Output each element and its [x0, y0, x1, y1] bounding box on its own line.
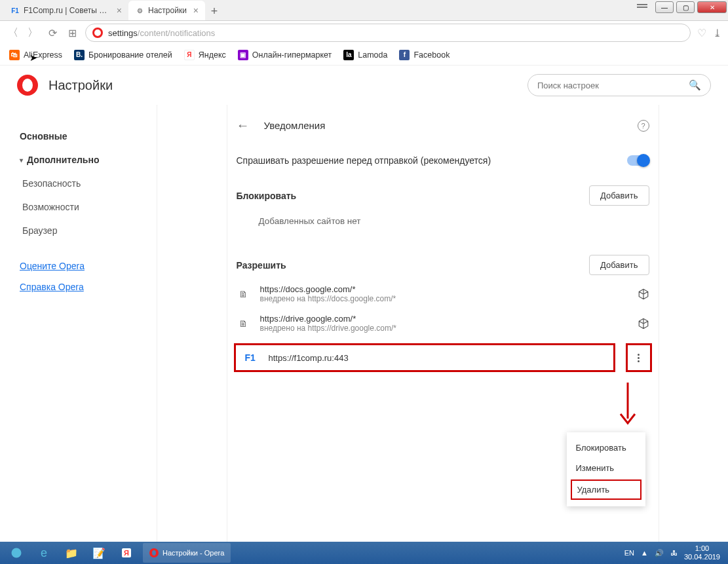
panel-heading: Уведомления	[264, 120, 326, 131]
favicon: F1	[10, 6, 20, 15]
allow-site-row: 🗎 https://drive.google.com/* внедрено на…	[227, 309, 659, 338]
gear-icon: ⚙	[135, 6, 144, 15]
f1-icon: F1	[245, 352, 258, 363]
bookmark-lamoda[interactable]: laLamoda	[343, 50, 387, 60]
bookmark-aliexpress[interactable]: 🛍AliExpress	[9, 50, 62, 60]
search-icon: 🔍	[689, 79, 701, 91]
speed-dial-icon[interactable]: ⊞	[66, 26, 79, 39]
tab-bar: F1 F1Comp.ru | Советы и лайф × ⚙ Настрой…	[0, 0, 728, 21]
add-block-button[interactable]: Добавить	[589, 185, 649, 206]
tab-title: F1Comp.ru | Советы и лайф	[24, 6, 110, 15]
language-indicator[interactable]: EN	[624, 549, 634, 557]
back-arrow-icon[interactable]: ←	[237, 118, 250, 133]
ie-icon[interactable]: e	[30, 543, 58, 563]
bookmark-hypermarket[interactable]: ▣Онлайн-гипермаркет	[238, 50, 332, 60]
task-label: Настройки - Opera	[163, 549, 224, 557]
file-icon: 🗎	[237, 318, 250, 329]
site-url: https://docs.google.com/*	[260, 284, 627, 294]
ask-before-row[interactable]: Спрашивать разрешение перед отправкой (р…	[227, 145, 659, 176]
page-title: Настройки	[48, 78, 113, 93]
back-button[interactable]: 〈	[7, 26, 20, 39]
vertical-dots-icon	[632, 354, 645, 362]
clock[interactable]: 1:00 30.04.2019	[684, 544, 720, 561]
site-embedded: внедрено на https://docs.google.com/*	[260, 294, 627, 303]
taskbar-opera[interactable]: Настройки - Opera	[143, 543, 231, 563]
cube-icon[interactable]	[638, 288, 649, 300]
new-tab-button[interactable]: +	[205, 2, 223, 20]
settings-header: Настройки 🔍	[0, 66, 728, 105]
bookmark-facebook[interactable]: fFacebook	[399, 50, 450, 60]
tab-f1comp[interactable]: F1 F1Comp.ru | Советы и лайф ×	[4, 1, 128, 20]
sidebar-item-basic[interactable]: Основные	[20, 124, 157, 148]
allow-site-row: 🗎 https://docs.google.com/* внедрено на …	[227, 279, 659, 309]
search-input[interactable]	[537, 81, 683, 90]
site-url: https://drive.google.com/*	[260, 314, 627, 324]
annotation-arrow-icon	[618, 383, 638, 431]
block-empty-text: Добавленных сайтов нет	[227, 210, 659, 233]
file-icon: 🗎	[237, 289, 250, 299]
opera-icon	[149, 548, 159, 557]
allow-heading: Разрешить	[237, 260, 286, 271]
cube-icon[interactable]	[638, 318, 649, 329]
help-icon[interactable]: ?	[638, 120, 649, 132]
sidebar-item-security[interactable]: Безопасность	[20, 172, 157, 195]
sidebar-item-advanced[interactable]: Дополнительно	[20, 148, 157, 172]
address-bar: 〈 〉 ⟳ ⊞ settings/content/notifications ♡…	[0, 21, 728, 45]
tab-close-icon[interactable]: ×	[193, 5, 199, 16]
block-heading: Блокировать	[237, 191, 297, 201]
settings-search[interactable]: 🔍	[527, 74, 711, 96]
context-menu: Блокировать Изменить Удалить	[567, 432, 645, 506]
explorer-icon[interactable]: 📁	[58, 543, 85, 563]
taskbar: e 📁 📝 Я Настройки - Opera EN ▲ 🔊 🖧 1:00 …	[0, 542, 728, 564]
download-icon[interactable]: ⤓	[713, 27, 721, 39]
minimize-button[interactable]: —	[655, 1, 674, 13]
tray-network-icon[interactable]: 🖧	[670, 549, 678, 557]
bookmark-yandex[interactable]: ЯЯндекс	[184, 50, 226, 60]
add-allow-button[interactable]: Добавить	[589, 255, 649, 275]
ask-before-toggle[interactable]	[627, 155, 649, 166]
ctx-delete[interactable]: Удалить	[571, 479, 642, 500]
highlighted-site-row[interactable]: F1 https://f1comp.ru:443	[234, 343, 615, 372]
tray-volume-icon[interactable]: 🔊	[655, 549, 664, 557]
sidebar-item-features[interactable]: Возможности	[20, 195, 157, 219]
notepad-icon[interactable]: 📝	[85, 543, 113, 563]
bookmark-booking[interactable]: B.Бронирование отелей	[74, 50, 172, 60]
ctx-edit[interactable]: Изменить	[567, 458, 645, 478]
maximize-button[interactable]: ▢	[676, 1, 695, 13]
svg-point-1	[12, 548, 22, 558]
site-menu-button[interactable]	[626, 343, 652, 372]
tab-settings[interactable]: ⚙ Настройки ×	[128, 1, 205, 20]
sidebar: Основные Дополнительно Безопасность Возм…	[0, 105, 157, 542]
ask-before-label: Спрашивать разрешение перед отправкой (р…	[237, 155, 491, 166]
tab-close-icon[interactable]: ×	[117, 5, 122, 16]
tab-title: Настройки	[148, 6, 187, 15]
start-button[interactable]	[3, 543, 30, 563]
yandex-icon[interactable]: Я	[113, 543, 140, 563]
window-controls: — ▢ ✕	[654, 0, 728, 14]
tray-flag-icon[interactable]: ▲	[641, 549, 648, 557]
notifications-panel: ← Уведомления ? Спрашивать разрешение пе…	[227, 105, 659, 542]
opera-icon	[92, 28, 103, 38]
address-input[interactable]: settings/content/notifications	[85, 24, 691, 42]
close-window-button[interactable]: ✕	[697, 1, 727, 13]
bookmark-heart-icon[interactable]: ♡	[697, 27, 706, 39]
opera-logo-icon	[17, 75, 38, 96]
ctx-block[interactable]: Блокировать	[567, 438, 645, 458]
sidebar-item-browser[interactable]: Браузер	[20, 219, 157, 242]
rate-opera-link[interactable]: Оцените Opera	[20, 255, 157, 276]
site-url: https://f1comp.ru:443	[269, 353, 349, 363]
reload-button[interactable]: ⟳	[46, 26, 59, 39]
bookmarks-bar: 🛍AliExpress B.Бронирование отелей ЯЯндек…	[0, 45, 728, 66]
site-embedded: внедрено на https://drive.google.com/*	[260, 324, 627, 333]
address-text: settings/content/notifications	[108, 28, 215, 38]
opera-menu-icon[interactable]	[635, 2, 649, 10]
help-opera-link[interactable]: Справка Opera	[20, 276, 157, 297]
forward-button[interactable]: 〉	[26, 26, 39, 39]
